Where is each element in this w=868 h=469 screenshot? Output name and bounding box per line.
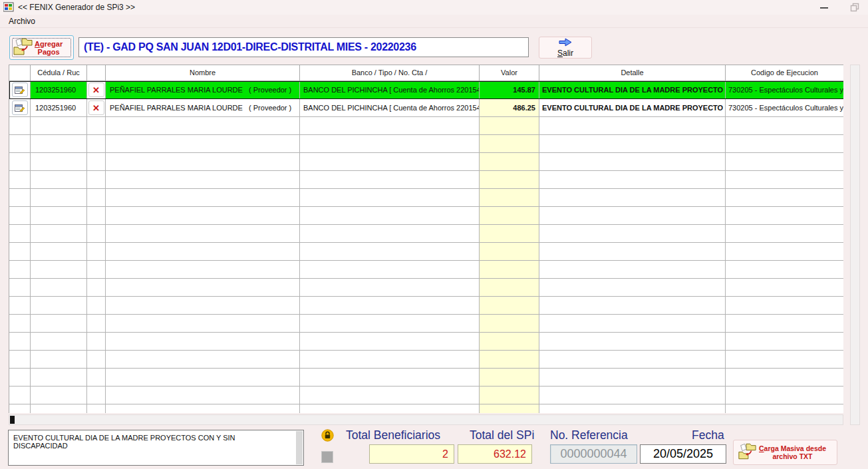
empty-table-row[interactable] <box>9 387 843 404</box>
detalle-cell: EVENTO CULTURAL DIA DE LA MADRE PROYECTO… <box>539 99 726 117</box>
no-referencia-label: No. Referencia <box>550 428 628 442</box>
grid-horizontal-scrollbar[interactable] <box>9 414 843 425</box>
empty-table-row[interactable] <box>9 351 843 369</box>
nombre-cell: PEÑAFIEL PARRALES MARIA LOURDE ( Proveed… <box>106 99 300 117</box>
edit-row-button[interactable] <box>12 100 28 115</box>
empty-table-row[interactable] <box>9 135 843 153</box>
empty-table-row[interactable] <box>9 243 843 261</box>
empty-table-row[interactable] <box>9 315 843 333</box>
folder-transfer-icon <box>738 442 756 462</box>
table-header-row: Cédula / RucNombreBanco / Tipo / No. Cta… <box>9 65 843 81</box>
banco-cell: BANCO DEL PICHINCHA [ Cuenta de Ahorros … <box>300 81 480 99</box>
empty-table-row[interactable] <box>9 261 843 279</box>
table-body: 1203251960 ✕ PEÑAFIEL PARRALES MARIA LOU… <box>9 81 843 413</box>
exit-arrow-icon <box>558 38 573 49</box>
fecha-label: Fecha <box>692 428 724 442</box>
empty-table-row[interactable] <box>9 225 843 243</box>
empty-table-row[interactable] <box>9 117 843 135</box>
empty-table-row[interactable] <box>9 207 843 225</box>
lock-icon <box>321 429 334 444</box>
column-header[interactable]: Valor <box>480 65 539 81</box>
horizontal-scrollbar-thumb[interactable] <box>10 416 15 424</box>
minimize-icon <box>819 3 829 12</box>
window-title: << FENIX Generador de SPi3 >> <box>18 3 135 12</box>
textarea-scrollbar[interactable] <box>296 431 303 464</box>
column-header[interactable]: Nombre <box>106 65 300 81</box>
empty-table-row[interactable] <box>9 404 843 413</box>
delete-x-icon: ✕ <box>92 86 100 94</box>
table-row[interactable]: 1203251960 ✕ PEÑAFIEL PARRALES MARIA LOU… <box>9 99 843 117</box>
nombre-cell: PEÑAFIEL PARRALES MARIA LOURDE ( Proveed… <box>106 81 300 99</box>
title-bar: << FENIX Generador de SPi3 >> <box>0 0 868 15</box>
empty-table-row[interactable] <box>9 297 843 315</box>
empty-table-row[interactable] <box>9 171 843 189</box>
valor-cell: 145.87 <box>480 81 539 99</box>
menu-item-archivo[interactable]: Archivo <box>5 16 39 27</box>
empty-table-row[interactable] <box>9 333 843 351</box>
cedula-cell: 1203251960 <box>31 81 87 99</box>
edit-row-button[interactable] <box>12 82 28 97</box>
delete-x-icon: ✕ <box>92 104 100 112</box>
salir-label: Salir <box>557 49 573 58</box>
column-header[interactable] <box>87 65 106 81</box>
delete-row-button[interactable]: ✕ <box>88 82 104 97</box>
empty-table-row[interactable] <box>9 369 843 387</box>
agregar-pagos-button[interactable]: AgregarPagos <box>9 35 74 60</box>
payments-grid: Cédula / RucNombreBanco / Tipo / No. Cta… <box>9 65 843 413</box>
carga-masiva-label: Carga Masiva desdearchivo TXT <box>759 444 826 460</box>
codigo-cell: 730205 - Espectáculos Culturales y Socia… <box>726 99 843 117</box>
menu-bar: Archivo <box>0 15 868 28</box>
edit-form-icon <box>15 85 25 95</box>
empty-table-row[interactable] <box>9 279 843 297</box>
empty-table-row[interactable] <box>9 153 843 171</box>
column-header[interactable]: Banco / Tipo / No. Cta / <box>300 65 480 81</box>
column-header[interactable]: Codigo de Ejecucion <box>726 65 843 81</box>
row-delete-cell: ✕ <box>87 81 106 99</box>
total-spi-field: 632.12 <box>458 444 532 464</box>
column-header[interactable]: Detalle <box>539 65 726 81</box>
banco-cell: BANCO DEL PICHINCHA [ Cuenta de Ahorros … <box>300 99 480 117</box>
row-edit-cell <box>9 99 31 117</box>
empty-table-row[interactable] <box>9 189 843 207</box>
edit-form-icon <box>15 103 25 113</box>
app-window-icon <box>3 2 14 15</box>
spi-title-field[interactable]: (TE) - GAD PQ SAN JUAN 12D01-DIREC-DISTR… <box>78 37 529 57</box>
column-header[interactable] <box>9 65 31 81</box>
total-beneficiarios-label: Total Beneficiarios <box>346 428 440 442</box>
carga-masiva-button[interactable]: Carga Masiva desdearchivo TXT <box>733 440 837 465</box>
valor-cell: 486.25 <box>480 99 539 117</box>
detalle-cell: EVENTO CULTURAL DIA DE LA MADRE PROYECTO… <box>539 81 726 99</box>
cedula-cell: 1203251960 <box>31 99 87 117</box>
total-beneficiarios-field: 2 <box>369 444 454 464</box>
folder-transfer-icon <box>13 37 33 58</box>
grid-vertical-scrollbar[interactable] <box>850 65 860 425</box>
restore-button[interactable] <box>841 0 868 15</box>
codigo-cell: 730205 - Espectáculos Culturales y Socia… <box>726 81 843 99</box>
column-header[interactable]: Cédula / Ruc <box>31 65 87 81</box>
gray-square-button[interactable] <box>321 451 333 463</box>
application-window: << FENIX Generador de SPi3 >> Archivo Ag… <box>0 0 868 469</box>
agregar-pagos-label: AgregarPagos <box>35 40 63 56</box>
total-spi-label: Total del SPi <box>470 428 534 442</box>
detalle-general-text: EVENTO CULTURAL DIA DE LA MADRE PROYECTO… <box>13 434 235 450</box>
no-referencia-field: 0000000044 <box>550 444 637 464</box>
delete-row-button[interactable]: ✕ <box>88 100 104 115</box>
row-edit-cell <box>9 81 31 99</box>
table-row[interactable]: 1203251960 ✕ PEÑAFIEL PARRALES MARIA LOU… <box>9 81 843 99</box>
row-delete-cell: ✕ <box>87 99 106 117</box>
salir-button[interactable]: Salir <box>539 37 592 59</box>
minimize-button[interactable] <box>810 0 838 15</box>
detalle-general-textarea[interactable]: EVENTO CULTURAL DIA DE LA MADRE PROYECTO… <box>8 430 304 466</box>
restore-icon <box>850 3 859 12</box>
fecha-field[interactable]: 20/05/2025 <box>640 444 726 464</box>
